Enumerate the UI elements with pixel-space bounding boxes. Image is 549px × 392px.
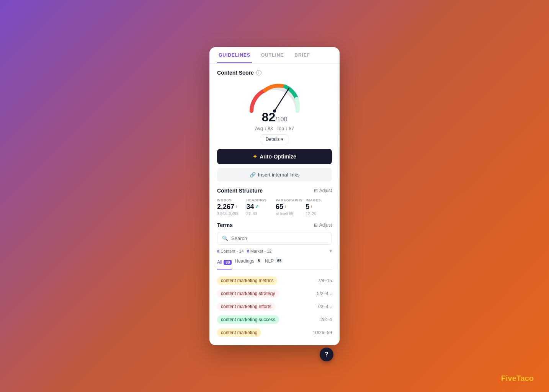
gauge-avg-top: Avg ↕ 83 Top ↕ 87 (255, 126, 294, 131)
gauge-denom: /100 (275, 116, 287, 122)
pill-headings[interactable]: Headings 5 (235, 258, 261, 266)
terms-adjust-label: Adjust (319, 222, 332, 228)
paragraphs-number: 65 (276, 203, 283, 211)
arrow-down-icon-1: ↓ (330, 291, 332, 296)
pill-headings-badge: 5 (256, 258, 262, 263)
gauge-score: 82/100 (262, 110, 288, 124)
content-structure-header: Content Structure ⊞ Adjust (217, 188, 332, 194)
words-value: 2,267 ↑ (217, 203, 243, 211)
term-score-1: 5/2–4 ↓ (317, 291, 332, 296)
search-input[interactable] (231, 235, 327, 241)
pill-nlp-badge: 65 (275, 258, 283, 263)
term-item-0: content marketing metrics 7/8–15 (217, 274, 332, 287)
tab-guidelines[interactable]: GUIDELINES (217, 47, 252, 63)
branding: FiveTaco (501, 374, 534, 383)
images-value: 5 ↑ (306, 203, 332, 211)
top-value: 87 (289, 126, 294, 131)
pill-headings-label: Headings (235, 258, 254, 264)
brand-prefix: Five (501, 374, 516, 382)
gauge-svg (244, 80, 305, 114)
words-arrow-icon: ↑ (235, 204, 237, 209)
info-icon[interactable]: i (256, 70, 261, 75)
gauge-number: 82 (262, 110, 276, 124)
images-label: IMAGES (306, 198, 332, 202)
words-range: 3,043–3,499 (217, 212, 243, 216)
auto-optimize-label: Auto-Optimize (260, 154, 296, 160)
paragraphs-value: 65 ↑ (276, 203, 303, 211)
pill-all[interactable]: All 80 (217, 258, 232, 270)
search-icon: 🔍 (222, 235, 228, 241)
tab-outline[interactable]: OUTLINE (260, 47, 285, 63)
sparkle-icon: ✦ (253, 154, 257, 160)
gauge-container: 82/100 Avg ↕ 83 Top ↕ 87 (217, 80, 332, 131)
avg-value: 83 (268, 126, 273, 131)
content-structure-title: Content Structure (217, 188, 263, 194)
term-chip-3[interactable]: content marketing success (217, 315, 279, 324)
headings-metric: HEADINGS 34 ✓ 27–40 (246, 198, 272, 216)
top-label: Top ↕ (276, 126, 289, 131)
terms-adjust-button[interactable]: ⊞ Adjust (314, 222, 332, 228)
paragraphs-range: at least 85 (276, 212, 303, 216)
term-score-3: 2/2–4 (320, 317, 332, 322)
images-range: 12–20 (306, 212, 332, 216)
filter-chevron-icon[interactable]: ▾ (330, 248, 332, 254)
term-item-2: content marketing efforts 7/3–4 ↓ (217, 300, 332, 313)
term-tab-pills: All 80 Headings 5 NLP 65 (217, 258, 332, 270)
terms-adjust-icon: ⊞ (314, 222, 318, 228)
details-chevron-icon: ▾ (281, 137, 283, 142)
details-label: Details (266, 137, 280, 142)
tab-bar: GUIDELINES OUTLINE BRIEF (209, 47, 340, 64)
filter-content[interactable]: # Content - 14 (217, 249, 244, 253)
words-metric: WORDS 2,267 ↑ 3,043–3,499 (217, 198, 243, 216)
card-body: Content Score i 82/100 (209, 64, 340, 345)
headings-value: 34 ✓ (246, 203, 272, 211)
paragraphs-label: PARAGRAPHS (276, 198, 303, 202)
structure-adjust-button[interactable]: ⊞ Adjust (314, 188, 332, 193)
brand-suffix: Taco (516, 374, 534, 382)
help-button[interactable]: ? (320, 348, 333, 361)
headings-label: HEADINGS (246, 198, 272, 202)
auto-optimize-button[interactable]: ✦ Auto-Optimize (217, 149, 332, 164)
terms-title: Terms (217, 222, 233, 228)
words-label: WORDS (217, 198, 243, 202)
headings-range: 27–40 (246, 212, 272, 216)
filter-market[interactable]: # Market - 12 (247, 249, 272, 253)
headings-check-icon: ✓ (255, 204, 259, 209)
term-chip-4[interactable]: content marketing (217, 328, 261, 337)
term-score-0: 7/8–15 (318, 278, 332, 283)
images-number: 5 (306, 203, 310, 211)
adjust-label: Adjust (319, 188, 332, 193)
content-filter-label: Content - 14 (221, 249, 244, 253)
search-box: 🔍 (217, 232, 332, 245)
term-chip-1[interactable]: content marketing strategy (217, 289, 279, 298)
paragraphs-metric: PARAGRAPHS 65 ↑ at least 85 (276, 198, 303, 216)
arrow-down-icon-2: ↓ (330, 304, 332, 309)
content-score-header: Content Score i (217, 70, 332, 76)
images-arrow-icon: ↑ (310, 204, 313, 209)
content-hash: # (217, 249, 219, 253)
pill-nlp-label: NLP (265, 258, 274, 264)
term-chip-2[interactable]: content marketing efforts (217, 302, 275, 311)
insert-links-label: Insert internal links (258, 172, 299, 178)
content-score-title: Content Score (217, 70, 254, 76)
insert-links-button[interactable]: 🔗 Insert internal links (217, 168, 332, 181)
adjust-icon: ⊞ (314, 188, 318, 193)
details-button[interactable]: Details ▾ (261, 134, 289, 144)
images-metric: IMAGES 5 ↑ 12–20 (306, 198, 332, 216)
pill-nlp[interactable]: NLP 65 (265, 258, 283, 266)
terms-header: Terms ⊞ Adjust (217, 222, 332, 228)
pill-all-label: All (217, 260, 222, 265)
term-item-3: content marketing success 2/2–4 (217, 313, 332, 326)
tab-brief[interactable]: BRIEF (293, 47, 312, 63)
paragraphs-arrow-icon: ↑ (284, 204, 286, 209)
svg-line-0 (274, 88, 289, 111)
headings-number: 34 (246, 203, 254, 211)
avg-label: Avg ↕ (255, 126, 268, 131)
term-chip-0[interactable]: content marketing metrics (217, 276, 277, 285)
term-item-1: content marketing strategy 5/2–4 ↓ (217, 287, 332, 300)
filter-tags: # Content - 14 # Market - 12 ▾ (217, 248, 332, 254)
metrics-grid: WORDS 2,267 ↑ 3,043–3,499 HEADINGS 34 ✓ … (217, 198, 332, 216)
main-card: GUIDELINES OUTLINE BRIEF Content Score i (209, 47, 340, 345)
term-score-4: 10/26–59 (313, 330, 332, 335)
term-score-2: 7/3–4 ↓ (317, 304, 332, 309)
